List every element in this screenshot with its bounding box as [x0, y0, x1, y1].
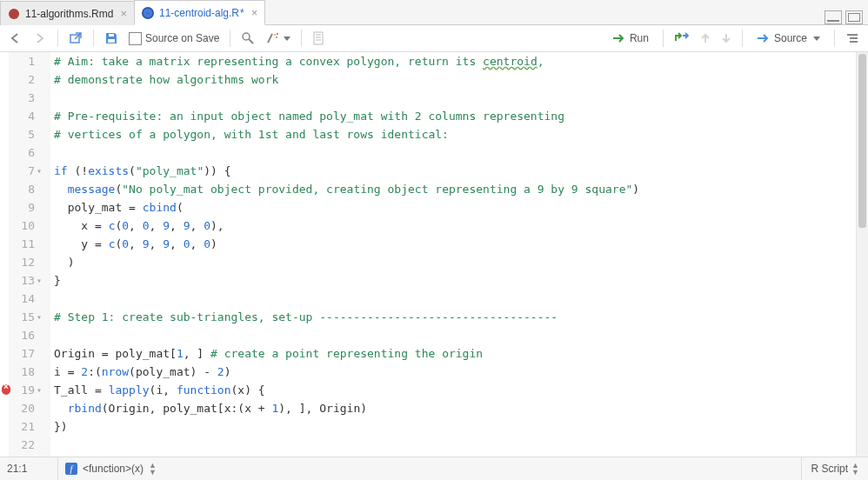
- code-line[interactable]: [54, 326, 856, 344]
- svg-point-8: [274, 34, 276, 36]
- line-number[interactable]: 11: [9, 235, 43, 253]
- go-up-section-button[interactable]: [697, 28, 714, 49]
- run-button[interactable]: Run: [605, 28, 656, 49]
- code-line[interactable]: T_all = lapply(i, function(x) {: [54, 381, 856, 399]
- fold-toggle-icon: [35, 436, 43, 454]
- marker-cell: [0, 344, 9, 363]
- code-line[interactable]: rbind(Origin, poly_mat[x:(x + 1), ], Ori…: [54, 399, 856, 417]
- marker-gutter: [0, 52, 9, 457]
- source-button[interactable]: Source: [750, 28, 827, 49]
- line-number[interactable]: 18: [9, 363, 43, 381]
- code-tools-button[interactable]: [262, 28, 294, 49]
- line-number[interactable]: 2: [9, 70, 43, 89]
- code-line[interactable]: # Aim: take a matrix representing a conv…: [54, 52, 856, 70]
- language-selector[interactable]: R Script ▲▼: [801, 457, 868, 480]
- line-number[interactable]: 12: [9, 253, 43, 271]
- marker-cell: [0, 381, 9, 399]
- rerun-button[interactable]: [671, 28, 693, 49]
- code-line[interactable]: [54, 89, 856, 107]
- code-line[interactable]: ): [54, 253, 856, 271]
- forward-button[interactable]: [30, 28, 50, 49]
- vertical-scrollbar[interactable]: [856, 52, 868, 457]
- line-number[interactable]: 6: [9, 143, 43, 162]
- close-icon[interactable]: ×: [251, 7, 258, 18]
- error-marker-icon[interactable]: [2, 384, 10, 395]
- fold-toggle-icon[interactable]: ▾: [35, 308, 43, 326]
- marker-cell: [0, 253, 9, 271]
- function-icon: f: [65, 463, 77, 475]
- code-line[interactable]: }: [54, 271, 856, 290]
- code-line[interactable]: # Step 1: create sub-triangles, set-up -…: [54, 308, 856, 326]
- line-number[interactable]: 8: [9, 180, 43, 198]
- code-line[interactable]: # vertices of a polygon, with 1st and la…: [54, 125, 856, 143]
- code-line[interactable]: [54, 436, 856, 454]
- line-number[interactable]: 5: [9, 125, 43, 143]
- back-button[interactable]: [5, 28, 26, 49]
- line-number[interactable]: 1: [9, 52, 43, 70]
- line-number[interactable]: 3: [9, 89, 43, 107]
- show-in-new-window-button[interactable]: [65, 28, 86, 49]
- fold-toggle-icon[interactable]: ▾: [35, 271, 43, 290]
- fold-toggle-icon: [35, 107, 43, 125]
- fold-toggle-icon: [35, 344, 43, 363]
- run-icon: [612, 33, 626, 43]
- line-number-gutter: 1234567▾8910111213▾1415▾16171819▾202122: [9, 52, 50, 457]
- source-on-save-checkbox[interactable]: Source on Save: [125, 28, 223, 49]
- line-number[interactable]: 9: [9, 198, 43, 217]
- line-number[interactable]: 13▾: [9, 271, 43, 290]
- marker-cell: [0, 107, 9, 125]
- tab-strip: 11-algorithms.Rmd × R 11-centroid-alg.R*…: [0, 0, 868, 25]
- code-line[interactable]: poly_mat = cbind(: [54, 198, 856, 217]
- scrollbar-thumb[interactable]: [858, 54, 866, 228]
- code-line[interactable]: # Pre-requisite: an input object named p…: [54, 107, 856, 125]
- line-number[interactable]: 15▾: [9, 308, 43, 326]
- line-number[interactable]: 10: [9, 217, 43, 235]
- close-icon[interactable]: ×: [120, 8, 127, 19]
- svg-point-10: [276, 37, 277, 38]
- fold-toggle-icon: [35, 70, 43, 89]
- source-icon: [757, 33, 771, 43]
- marker-cell: [0, 52, 9, 70]
- fold-toggle-icon: [35, 399, 43, 417]
- fold-toggle-icon: [35, 198, 43, 217]
- line-number[interactable]: 17: [9, 344, 43, 363]
- line-number[interactable]: 19▾: [9, 381, 43, 399]
- line-number[interactable]: 16: [9, 326, 43, 344]
- code-line[interactable]: Origin = poly_mat[1, ] # create a point …: [54, 344, 856, 363]
- code-area[interactable]: # Aim: take a matrix representing a conv…: [50, 52, 856, 457]
- window-controls: [825, 10, 863, 24]
- line-number[interactable]: 7▾: [9, 162, 43, 180]
- tab-11-centroid-alg-r[interactable]: R 11-centroid-alg.R* ×: [134, 0, 265, 25]
- line-number[interactable]: 21: [9, 417, 43, 436]
- go-down-section-button[interactable]: [718, 28, 735, 49]
- outline-button[interactable]: [842, 28, 863, 49]
- source-editor[interactable]: 1234567▾8910111213▾1415▾16171819▾202122 …: [0, 52, 868, 457]
- line-number[interactable]: 4: [9, 107, 43, 125]
- tab-11-algorithms-rmd[interactable]: 11-algorithms.Rmd ×: [0, 1, 135, 25]
- code-line[interactable]: # demonstrate how algorithms work: [54, 70, 856, 89]
- code-line[interactable]: }): [54, 417, 856, 436]
- fold-toggle-icon: [35, 417, 43, 436]
- code-line[interactable]: x = c(0, 0, 9, 9, 0),: [54, 217, 856, 235]
- scope-navigator[interactable]: f <function>(x) ▲▼: [58, 462, 801, 476]
- cursor-position[interactable]: 21:1: [0, 457, 58, 480]
- editor-toolbar: Source on Save Run Source: [0, 25, 868, 52]
- maximize-pane-icon[interactable]: [845, 10, 863, 24]
- compile-report-button[interactable]: [309, 28, 328, 49]
- code-line[interactable]: y = c(0, 9, 9, 0, 0): [54, 235, 856, 253]
- code-line[interactable]: i = 2:(nrow(poly_mat) - 2): [54, 363, 856, 381]
- fold-toggle-icon[interactable]: ▾: [35, 381, 43, 399]
- minimize-pane-icon[interactable]: [825, 10, 842, 24]
- fold-toggle-icon[interactable]: ▾: [35, 162, 43, 180]
- code-line[interactable]: message("No poly_mat object provided, cr…: [54, 180, 856, 198]
- run-label: Run: [630, 32, 649, 44]
- updown-icon: ▲▼: [149, 462, 157, 476]
- line-number[interactable]: 22: [9, 436, 43, 454]
- save-button[interactable]: [101, 28, 122, 49]
- code-line[interactable]: [54, 290, 856, 308]
- line-number[interactable]: 20: [9, 399, 43, 417]
- code-line[interactable]: if (!exists("poly_mat")) {: [54, 162, 856, 180]
- code-line[interactable]: [54, 143, 856, 162]
- line-number[interactable]: 14: [9, 290, 43, 308]
- find-replace-button[interactable]: [237, 28, 258, 49]
